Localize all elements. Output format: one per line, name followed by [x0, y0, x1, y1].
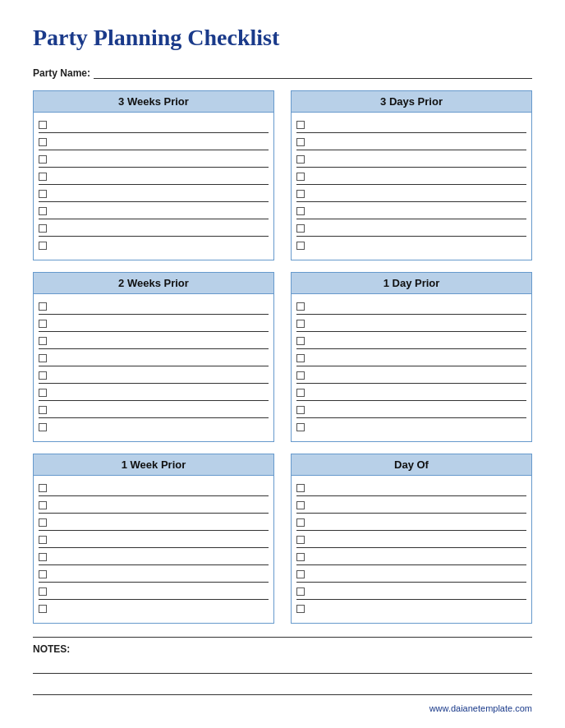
- checkbox[interactable]: [296, 121, 305, 129]
- checklist-3-days-prior: [292, 113, 531, 260]
- checklist-item: [39, 118, 269, 133]
- page-title: Party Planning Checklist: [33, 25, 532, 51]
- checkbox[interactable]: [296, 501, 305, 509]
- checklist-item: [39, 499, 269, 514]
- checkbox[interactable]: [296, 224, 305, 233]
- checkbox[interactable]: [39, 553, 47, 561]
- section-header-2-weeks-prior: 2 Weeks Prior: [34, 273, 273, 294]
- notes-line-2[interactable]: [33, 680, 532, 695]
- checkbox[interactable]: [39, 173, 47, 181]
- checkbox[interactable]: [39, 224, 47, 233]
- checkbox[interactable]: [39, 354, 47, 362]
- checklist-1-week-prior: [34, 476, 273, 623]
- checklist-item: [296, 136, 526, 150]
- checklist-3-weeks-prior: [34, 113, 273, 260]
- checkbox[interactable]: [296, 570, 305, 578]
- checklist-item: [39, 205, 269, 219]
- checkbox[interactable]: [296, 190, 305, 198]
- checkbox[interactable]: [296, 155, 305, 164]
- checkbox[interactable]: [296, 605, 305, 613]
- checkbox[interactable]: [39, 406, 47, 414]
- checklist-item: [296, 568, 526, 583]
- checklist-item: [39, 352, 269, 366]
- checkbox[interactable]: [296, 173, 305, 181]
- checklist-item: [39, 334, 269, 349]
- checkbox[interactable]: [296, 242, 305, 250]
- checklist-item: [296, 481, 526, 496]
- checkbox[interactable]: [39, 605, 47, 613]
- section-1-day-prior: 1 Day Prior: [291, 272, 532, 442]
- checklist-item: [39, 153, 269, 168]
- checklist-item: [296, 499, 526, 514]
- checkbox[interactable]: [296, 337, 305, 345]
- checklist-item: [296, 551, 526, 565]
- checklist-item: [39, 602, 269, 617]
- checkbox[interactable]: [39, 190, 47, 198]
- checklist-day-of: [292, 476, 531, 623]
- checkbox[interactable]: [39, 501, 47, 509]
- checklist-item: [296, 153, 526, 168]
- checklist-item: [296, 421, 526, 435]
- checklist-item: [39, 386, 269, 401]
- checkbox[interactable]: [39, 302, 47, 311]
- checklist-item: [39, 516, 269, 531]
- checkbox[interactable]: [296, 536, 305, 544]
- section-header-1-day-prior: 1 Day Prior: [292, 273, 531, 294]
- checkbox[interactable]: [39, 138, 47, 146]
- checkbox[interactable]: [39, 518, 47, 527]
- checkbox[interactable]: [296, 320, 305, 328]
- checkbox[interactable]: [39, 121, 47, 129]
- checklist-item: [39, 568, 269, 583]
- checklist-item: [296, 170, 526, 185]
- checklist-item: [39, 317, 269, 332]
- section-header-3-days-prior: 3 Days Prior: [292, 91, 531, 113]
- checklist-item: [296, 239, 526, 254]
- section-day-of: Day Of: [291, 454, 532, 624]
- checklist-item: [296, 516, 526, 531]
- checkbox[interactable]: [296, 587, 305, 596]
- checklist-item: [39, 551, 269, 565]
- checklist-item: [39, 170, 269, 185]
- checkbox[interactable]: [39, 207, 47, 215]
- checkbox[interactable]: [39, 587, 47, 596]
- party-name-line[interactable]: [94, 66, 532, 79]
- section-3-days-prior: 3 Days Prior: [291, 90, 532, 260]
- checkbox[interactable]: [296, 553, 305, 561]
- checklist-item: [296, 222, 526, 237]
- section-3-weeks-prior: 3 Weeks Prior: [33, 90, 274, 260]
- footer-website: www.daianetemplate.com: [33, 703, 532, 713]
- section-2-weeks-prior: 2 Weeks Prior: [33, 272, 274, 442]
- checklist-item: [39, 187, 269, 202]
- checklist-item: [39, 239, 269, 254]
- checkbox[interactable]: [296, 484, 305, 492]
- checkbox[interactable]: [296, 138, 305, 146]
- checklist-item: [39, 585, 269, 600]
- checkbox[interactable]: [39, 337, 47, 345]
- checklist-item: [296, 386, 526, 401]
- checkbox[interactable]: [39, 242, 47, 250]
- checkbox[interactable]: [39, 371, 47, 380]
- checkbox[interactable]: [39, 484, 47, 492]
- checkbox[interactable]: [296, 423, 305, 431]
- checkbox[interactable]: [39, 389, 47, 397]
- checkbox[interactable]: [39, 320, 47, 328]
- checkbox[interactable]: [296, 406, 305, 414]
- checkbox[interactable]: [296, 207, 305, 215]
- checkbox[interactable]: [296, 371, 305, 380]
- checklist-item: [296, 118, 526, 133]
- checklist-item: [296, 403, 526, 418]
- checkbox[interactable]: [39, 155, 47, 164]
- party-name-label: Party Name:: [33, 67, 90, 79]
- checklist-item: [39, 533, 269, 548]
- checkbox[interactable]: [39, 570, 47, 578]
- notes-section: NOTES:: [33, 637, 532, 695]
- checkbox[interactable]: [296, 302, 305, 311]
- notes-line-1[interactable]: [33, 659, 532, 674]
- checklist-item: [39, 369, 269, 384]
- checkbox[interactable]: [296, 354, 305, 362]
- checkbox[interactable]: [296, 389, 305, 397]
- checkbox[interactable]: [39, 423, 47, 431]
- checkbox[interactable]: [39, 536, 47, 544]
- checkbox[interactable]: [296, 518, 305, 527]
- checklist-2-weeks-prior: [34, 294, 273, 441]
